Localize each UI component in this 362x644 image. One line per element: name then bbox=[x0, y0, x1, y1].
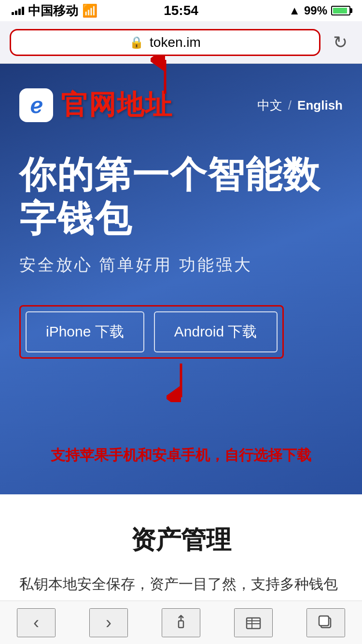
android-download-button[interactable]: Android 下载 bbox=[154, 311, 278, 352]
wifi-icon: 📶 bbox=[82, 3, 97, 18]
bookmarks-icon bbox=[245, 614, 262, 631]
browser-bar: 🔒 token.im ↻ bbox=[0, 21, 362, 64]
lang-switcher: 中文 / English bbox=[257, 97, 343, 114]
battery-icon bbox=[331, 6, 350, 15]
iphone-download-button[interactable]: iPhone 下载 bbox=[26, 311, 144, 352]
refresh-button[interactable]: ↻ bbox=[328, 30, 352, 55]
url-bar[interactable]: 🔒 token.im bbox=[10, 29, 320, 56]
battery-percent: 99% bbox=[304, 4, 327, 17]
status-right: ▲ 99% bbox=[289, 4, 350, 17]
location-icon: ▲ bbox=[289, 4, 300, 17]
logo-icon: ℯ bbox=[19, 88, 53, 122]
hero-headline: 你的第一个智能数字钱包 bbox=[19, 153, 343, 240]
down-arrow bbox=[167, 364, 195, 402]
download-buttons-wrapper: iPhone 下载 Android 下载 bbox=[19, 305, 284, 359]
url-text: token.im bbox=[150, 35, 201, 50]
bookmarks-button[interactable] bbox=[234, 608, 273, 637]
share-button[interactable] bbox=[162, 608, 200, 637]
status-left: 中国移动 📶 bbox=[12, 2, 97, 19]
tabs-button[interactable] bbox=[306, 608, 345, 637]
lang-cn-button[interactable]: 中文 bbox=[257, 97, 282, 114]
info-title: 资产管理 bbox=[19, 523, 343, 557]
carrier-label: 中国移动 bbox=[28, 2, 78, 19]
hero-section: ℯ 官网地址 中文 / English 你的第一个智能数字钱包 安全放心 简单好… bbox=[0, 64, 362, 494]
svg-rect-4 bbox=[179, 621, 183, 628]
svg-rect-11 bbox=[319, 616, 329, 626]
back-button[interactable]: ‹ bbox=[17, 608, 56, 637]
lang-en-button[interactable]: English bbox=[297, 98, 343, 113]
lang-divider: / bbox=[288, 98, 292, 113]
arrow-down-container bbox=[19, 364, 343, 402]
forward-button[interactable]: › bbox=[89, 608, 128, 637]
hero-subtitle: 安全放心 简单好用 功能强大 bbox=[19, 254, 343, 276]
site-title: 官网地址 bbox=[61, 87, 173, 124]
share-icon bbox=[172, 614, 190, 631]
logo-area: ℯ 官网地址 bbox=[19, 87, 173, 124]
lock-icon: 🔒 bbox=[129, 36, 144, 49]
bottom-nav: ‹ › bbox=[0, 601, 362, 644]
hero-header: ℯ 官网地址 中文 / English bbox=[19, 87, 343, 124]
tabs-icon bbox=[317, 614, 334, 631]
download-buttons-box: iPhone 下载 Android 下载 bbox=[19, 305, 284, 359]
signal-icon bbox=[12, 6, 24, 15]
status-bar: 中国移动 📶 15:54 ▲ 99% bbox=[0, 0, 362, 21]
status-time: 15:54 bbox=[164, 3, 198, 18]
annotation-text: 支持苹果手机和安卓手机，自行选择下载 bbox=[19, 446, 343, 465]
